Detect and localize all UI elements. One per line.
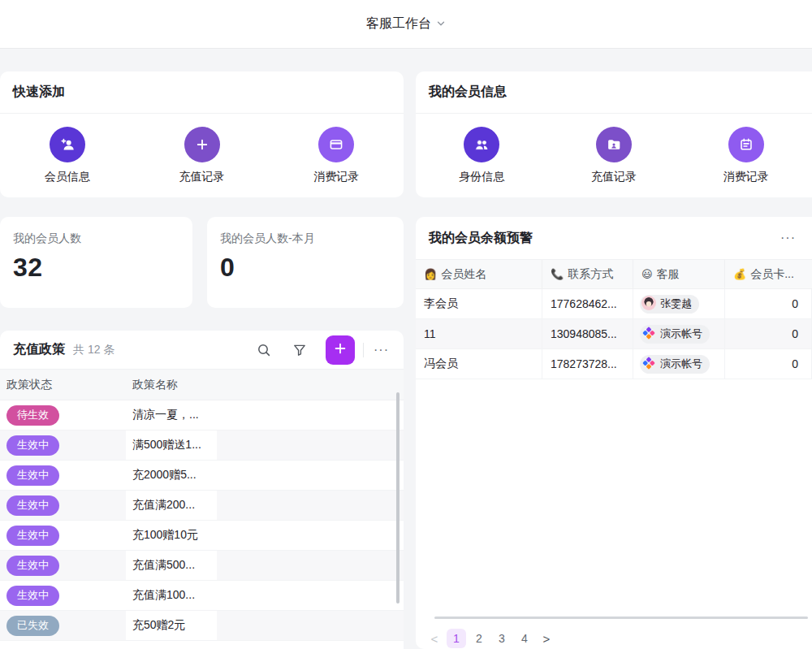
toolbar-divider bbox=[363, 343, 364, 357]
my-member-info-title: 我的会员信息 bbox=[429, 84, 507, 101]
member-count-month-card: 我的会员人数-本月 0 bbox=[207, 217, 404, 308]
card-balance-column-header: 💰 会员卡... bbox=[725, 260, 812, 288]
policy-more-icon[interactable]: ··· bbox=[370, 344, 392, 357]
workspace-switcher[interactable]: 客服工作台 bbox=[366, 15, 446, 32]
search-icon[interactable] bbox=[256, 342, 272, 358]
table-row[interactable]: 待生效 清凉一夏，... bbox=[0, 400, 404, 431]
policy-name: 充值满100... bbox=[126, 581, 217, 610]
member-recharge-record[interactable]: 充值记录 bbox=[548, 127, 680, 184]
policy-table-header: 政策状态 政策名称 bbox=[0, 370, 404, 400]
member-identity-info[interactable]: 身份信息 bbox=[416, 127, 548, 184]
pagination-page-2[interactable]: 2 bbox=[469, 629, 489, 648]
pagination-page-1[interactable]: 1 bbox=[447, 629, 466, 648]
pagination-next-icon[interactable]: > bbox=[538, 629, 555, 648]
member-consume-record[interactable]: 消费记录 bbox=[680, 127, 812, 184]
quick-add-member-info-label: 会员信息 bbox=[45, 170, 90, 184]
quick-add-consume-record-label: 消费记录 bbox=[313, 170, 359, 184]
table-row[interactable]: 生效中 充值满200... bbox=[0, 491, 404, 521]
balance-warning-more-icon[interactable]: ··· bbox=[777, 231, 799, 244]
member-count-card: 我的会员人数 32 bbox=[0, 217, 192, 308]
quick-add-consume-record[interactable]: 消费记录 bbox=[269, 127, 404, 184]
member-name: 冯会员 bbox=[416, 349, 542, 379]
policy-name: 充50赠2元 bbox=[126, 611, 217, 640]
pagination-page-3[interactable]: 3 bbox=[492, 629, 512, 648]
table-row[interactable] bbox=[0, 641, 404, 649]
member-name: 李会员 bbox=[416, 289, 542, 318]
phone-emoji-icon: 📞 bbox=[551, 268, 564, 280]
quick-add-recharge-record[interactable]: 充值记录 bbox=[135, 127, 270, 184]
status-badge: 待生效 bbox=[6, 405, 59, 426]
member-identity-info-label: 身份信息 bbox=[459, 170, 504, 184]
recharge-policy-header: 充值政策 共 12 条 ··· bbox=[0, 331, 404, 370]
top-header: 客服工作台 bbox=[0, 0, 812, 49]
table-row[interactable]: 生效中 充值满500... bbox=[0, 551, 404, 581]
my-member-info-card: 我的会员信息 身份信息 充值记录 bbox=[416, 71, 812, 197]
recharge-policy-card: 充值政策 共 12 条 ··· 政策状态 政策名称 待生效 清凉一夏，... bbox=[0, 331, 404, 649]
member-recharge-record-label: 充值记录 bbox=[591, 170, 637, 184]
status-badge: 生效中 bbox=[6, 586, 59, 606]
table-row[interactable]: 冯会员 178273728... 演示帐号 0 bbox=[416, 349, 812, 379]
policy-name: 充2000赠5... bbox=[126, 461, 217, 490]
page-title: 客服工作台 bbox=[366, 15, 431, 32]
quick-add-title-row: 快速添加 bbox=[0, 71, 404, 114]
quick-add-member-info[interactable]: 会员信息 bbox=[0, 127, 135, 184]
chevron-down-icon bbox=[436, 17, 446, 32]
card-icon bbox=[318, 127, 354, 162]
card-balance: 0 bbox=[725, 289, 812, 318]
member-name: 11 bbox=[416, 319, 542, 348]
table-row[interactable]: 生效中 满500赠送1... bbox=[0, 431, 404, 461]
status-badge: 生效中 bbox=[6, 556, 59, 576]
contact-column-header: 📞 联系方式 bbox=[542, 260, 633, 288]
table-row[interactable]: 生效中 充2000赠5... bbox=[0, 461, 404, 491]
recharge-policy-count: 共 12 条 bbox=[73, 343, 114, 357]
girl-avatar-icon bbox=[641, 296, 656, 313]
policy-name: 充100赠10元 bbox=[126, 521, 217, 550]
policy-table-body: 待生效 清凉一夏，... 生效中 满500赠送1... 生效中 充2000赠5.… bbox=[0, 400, 404, 649]
table-row[interactable]: 11 130948085... 演示帐号 0 bbox=[416, 319, 812, 349]
plus-icon bbox=[333, 341, 348, 358]
status-badge: 生效中 bbox=[6, 526, 59, 546]
plus-icon bbox=[184, 127, 220, 162]
member-name-column-header: 👩 会员姓名 bbox=[416, 260, 542, 288]
smiley-emoji-icon: 😃 bbox=[641, 268, 653, 280]
member-consume-record-label: 消费记录 bbox=[723, 170, 769, 184]
demo-account-icon bbox=[641, 326, 656, 343]
pagination-prev-icon[interactable]: < bbox=[425, 629, 443, 648]
moneybag-emoji-icon: 💰 bbox=[733, 268, 746, 280]
add-policy-button[interactable] bbox=[326, 335, 355, 365]
policy-name: 充值满200... bbox=[126, 491, 217, 520]
card-balance: 0 bbox=[725, 349, 812, 379]
table-row[interactable]: 已失效 充50赠2元 bbox=[0, 611, 404, 641]
status-badge: 生效中 bbox=[6, 435, 59, 456]
pagination-page-4[interactable]: 4 bbox=[515, 629, 534, 648]
member-count-month-label: 我的会员人数-本月 bbox=[220, 231, 391, 246]
table-row[interactable]: 李会员 177628462... 张雯越 0 bbox=[416, 289, 812, 319]
quick-add-recharge-record-label: 充值记录 bbox=[179, 170, 225, 184]
recharge-policy-title: 充值政策 bbox=[13, 341, 65, 358]
member-count-value: 32 bbox=[13, 253, 179, 283]
warning-table-header: 👩 会员姓名 📞 联系方式 😃 客服 💰 会员卡... bbox=[416, 260, 812, 289]
pagination: < 1 2 3 4 > bbox=[425, 628, 555, 649]
table-row[interactable]: 生效中 充值满100... bbox=[0, 581, 404, 611]
warning-table-body: 李会员 177628462... 张雯越 0 11 130948085... bbox=[416, 289, 812, 379]
member-count-month-value: 0 bbox=[220, 253, 391, 283]
status-badge: 已失效 bbox=[6, 616, 59, 636]
balance-warning-header: 我的会员余额预警 ··· bbox=[416, 217, 812, 260]
users-icon bbox=[464, 127, 499, 162]
balance-warning-title: 我的会员余额预警 bbox=[429, 230, 533, 247]
status-badge: 生效中 bbox=[6, 495, 59, 516]
agent-badge: 演示帐号 bbox=[640, 325, 710, 344]
agent-name: 演示帐号 bbox=[660, 327, 702, 341]
filter-icon[interactable] bbox=[292, 342, 308, 358]
agent-badge: 演示帐号 bbox=[640, 355, 710, 374]
member-phone: 130948085... bbox=[542, 319, 633, 348]
table-row[interactable]: 生效中 充100赠10元 bbox=[0, 521, 404, 551]
demo-account-icon bbox=[641, 356, 656, 373]
vertical-scrollbar[interactable] bbox=[396, 392, 400, 604]
agent-column-header: 😃 客服 bbox=[633, 260, 725, 288]
horizontal-scrollbar[interactable] bbox=[434, 617, 808, 619]
policy-status-column-header: 政策状态 bbox=[0, 378, 126, 392]
girl-emoji-icon: 👩 bbox=[424, 268, 437, 280]
status-badge: 生效中 bbox=[6, 465, 59, 486]
my-member-info-title-row: 我的会员信息 bbox=[416, 71, 812, 114]
